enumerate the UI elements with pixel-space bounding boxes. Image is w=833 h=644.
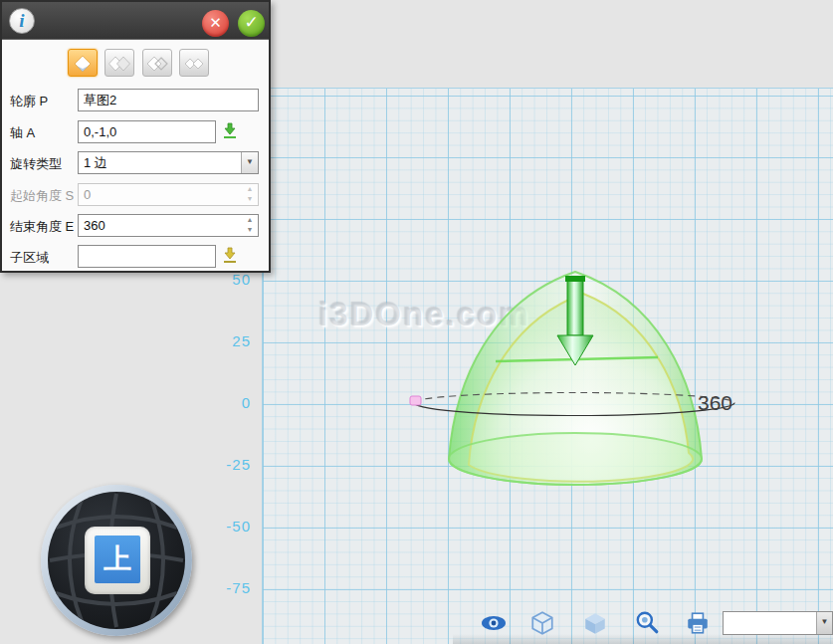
angle-value-label: 360 [698,391,732,414]
revolve-type-label: 旋转类型 [10,155,62,173]
confirm-button[interactable]: ✓ [238,10,265,37]
wireframe-cube-icon[interactable] [527,610,557,636]
revolve-preview-scene: 360 [263,89,833,644]
chevron-down-icon[interactable]: ▼ [241,152,258,173]
subregion-label: 子区域 [10,249,49,267]
printer-icon[interactable] [683,610,713,636]
angle-drag-handle [410,396,421,405]
start-angle-spinner: ▲ ▼ [244,185,256,202]
revolve-type-2-icon [108,54,130,74]
pick-subregion-arrow-yellow-icon[interactable] [221,247,239,265]
spinner-up-icon: ▲ [244,185,256,192]
eye-icon[interactable] [479,610,509,636]
dialog-titlebar[interactable]: i ✕ ✓ [2,2,269,40]
end-angle-label: 结束角度 E [10,218,74,236]
spinner-down-icon: ▼ [244,226,256,233]
chevron-down-icon[interactable]: ▼ [816,612,832,634]
axis-tick-n25: -25 [199,456,251,473]
axis-tick-50: 50 [199,271,251,288]
axis-tick-0: 0 [199,394,251,411]
axis-label: 轴 A [10,124,35,142]
viewport-canvas[interactable]: i3DOne.com [262,88,833,644]
solid-cube-icon[interactable] [580,610,610,636]
revolve-type-dropdown[interactable]: 1 边 ▼ [78,151,259,174]
view-sphere[interactable]: 上 [48,492,185,629]
revolve-type-4-icon [183,54,205,74]
pick-axis-arrow-green-icon[interactable] [221,122,239,140]
revolve-type-toolbar [68,49,212,77]
profile-label: 轮廓 P [10,93,48,110]
view-cube-face[interactable]: 上 [85,527,150,594]
revolve-type-3-button[interactable] [142,49,172,77]
dome-base-rim [449,433,702,485]
view-navigation-widget[interactable]: 上 [41,485,192,636]
info-icon[interactable]: i [9,8,35,34]
start-angle-label: 起始角度 S [10,187,74,205]
spinner-down-icon: ▼ [244,195,256,202]
revolve-type-2-button[interactable] [104,49,134,77]
axis-tick-n50: -50 [199,518,251,535]
profile-input[interactable] [78,89,259,111]
subregion-input[interactable] [78,245,216,268]
end-angle-input[interactable] [78,214,259,237]
revolve-type-1-button[interactable] [68,49,98,77]
view-preset-dropdown[interactable]: ▼ [723,611,833,635]
revolve-type-4-button[interactable] [179,49,209,77]
revolve-type-1-icon [72,54,94,74]
revolve-type-3-icon [146,54,168,74]
end-angle-spinner[interactable]: ▲ ▼ [244,216,256,233]
revolve-type-value: 1 边 [84,155,107,170]
start-angle-input [78,183,259,206]
view-cube-face-top[interactable]: 上 [95,536,140,583]
revolve-dialog: i ✕ ✓ [0,0,271,273]
axis-tick-n75: -75 [199,579,251,596]
revolve-axis-arrow-cap [565,276,585,282]
axis-tick-25: 25 [199,332,251,349]
cancel-button[interactable]: ✕ [202,10,229,37]
spinner-up-icon: ▲ [244,216,256,223]
axis-input[interactable] [78,120,216,143]
bottom-edge-shadow [453,634,833,644]
revolve-axis-arrow-shaft [567,280,583,335]
zoom-magnifier-icon[interactable] [632,610,662,636]
